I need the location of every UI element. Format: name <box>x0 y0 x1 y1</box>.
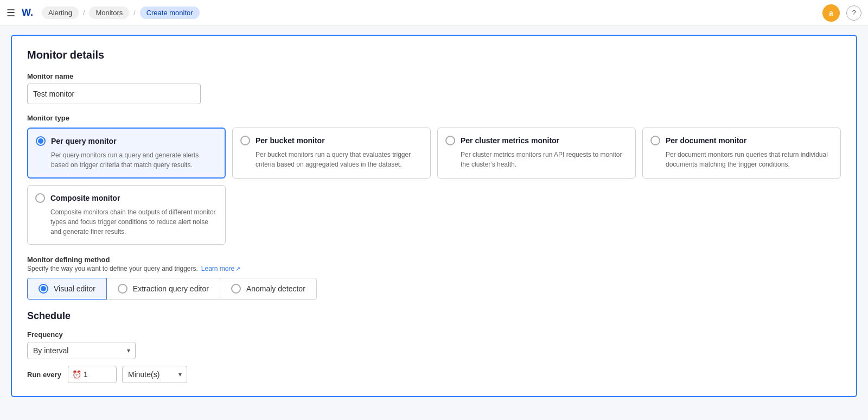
defining-method-sublabel: Specify the way you want to define your … <box>27 265 841 272</box>
monitor-type-grid-row2: Composite monitor Composite monitors cha… <box>27 185 841 245</box>
topnav-right: a ? <box>822 4 861 22</box>
frequency-row: Frequency By interval Daily Weekly Month… <box>27 330 841 359</box>
monitor-type-per-cluster[interactable]: Per cluster metrics monitor Per cluster … <box>437 128 636 179</box>
per-bucket-label: Per bucket monitor <box>256 136 325 145</box>
run-every-label: Run every <box>27 371 62 379</box>
monitor-details-panel: Monitor details Monitor name Monitor typ… <box>11 35 857 397</box>
monitor-name-input[interactable] <box>27 84 201 104</box>
radio-anomaly <box>231 284 241 294</box>
radio-per-document <box>650 136 660 145</box>
visual-editor-label: Visual editor <box>54 284 95 293</box>
per-cluster-desc: Per cluster metrics monitors run API req… <box>445 150 628 169</box>
panel-title: Monitor details <box>27 49 841 61</box>
defining-method-options: Visual editor Extraction query editor An… <box>27 278 841 300</box>
monitor-type-per-bucket[interactable]: Per bucket monitor Per bucket monitors r… <box>232 128 431 179</box>
breadcrumb-sep-1: / <box>83 9 85 17</box>
main-content: Monitor details Monitor name Monitor typ… <box>0 26 868 406</box>
per-query-desc: Per query monitors run a query and gener… <box>36 150 217 170</box>
composite-label: Composite monitor <box>50 194 120 202</box>
composite-desc: Composite monitors chain the outputs of … <box>35 207 218 237</box>
schedule-title: Schedule <box>27 310 841 322</box>
run-every-input-wrapper: ⏰ <box>68 366 117 383</box>
monitor-type-per-query[interactable]: Per query monitor Per query monitors run… <box>27 128 226 179</box>
run-every-unit-wrapper: Minute(s) Hour(s) Day(s) <box>122 366 187 383</box>
extraction-query-label: Extraction query editor <box>133 284 209 293</box>
user-avatar[interactable]: a <box>822 4 840 22</box>
defining-method-section: Monitor defining method Specify the way … <box>27 256 841 300</box>
method-extraction-query[interactable]: Extraction query editor <box>106 278 220 300</box>
breadcrumb-create-monitor[interactable]: Create monitor <box>140 7 200 19</box>
monitor-type-label: Monitor type <box>27 114 841 122</box>
frequency-select[interactable]: By interval Daily Weekly Monthly Custom … <box>27 342 136 359</box>
top-navigation: ☰ W. Alerting / Monitors / Create monito… <box>0 0 868 26</box>
schedule-section: Schedule Frequency By interval Daily Wee… <box>27 310 841 383</box>
breadcrumb-monitors[interactable]: Monitors <box>89 7 129 19</box>
method-anomaly-detector[interactable]: Anomaly detector <box>220 278 317 300</box>
grid-spacer-2 <box>437 185 636 245</box>
breadcrumb-alerting[interactable]: Alerting <box>42 7 79 19</box>
per-query-label: Per query monitor <box>51 137 117 145</box>
monitor-type-composite[interactable]: Composite monitor Composite monitors cha… <box>27 185 226 245</box>
grid-spacer-3 <box>642 185 841 245</box>
run-every-row: Run every ⏰ Minute(s) Hour(s) Day(s) <box>27 366 841 383</box>
per-bucket-desc: Per bucket monitors run a query that eva… <box>240 150 423 169</box>
monitor-type-per-document[interactable]: Per document monitor Per document monito… <box>642 128 841 179</box>
per-document-desc: Per document monitors run queries that r… <box>650 150 833 169</box>
grid-spacer-1 <box>232 185 431 245</box>
help-icon[interactable]: ? <box>846 5 861 21</box>
anomaly-detector-label: Anomaly detector <box>246 284 305 293</box>
monitor-type-section: Monitor type Per query monitor Per query… <box>27 114 841 245</box>
per-cluster-label: Per cluster metrics monitor <box>461 136 559 145</box>
frequency-label: Frequency <box>27 330 841 339</box>
radio-composite <box>35 193 45 203</box>
radio-extraction <box>118 284 127 294</box>
radio-per-cluster <box>445 136 455 145</box>
radio-per-query <box>36 136 46 146</box>
radio-per-bucket <box>240 136 250 145</box>
run-every-unit-select[interactable]: Minute(s) Hour(s) Day(s) <box>122 366 187 383</box>
hamburger-menu[interactable]: ☰ <box>7 7 15 19</box>
monitor-name-section: Monitor name <box>27 72 841 104</box>
monitor-type-grid-row1: Per query monitor Per query monitors run… <box>27 128 841 179</box>
clock-icon: ⏰ <box>72 370 81 379</box>
monitor-name-label: Monitor name <box>27 72 841 80</box>
app-logo: W. <box>22 7 33 18</box>
per-document-label: Per document monitor <box>666 136 746 145</box>
frequency-select-wrapper: By interval Daily Weekly Monthly Custom … <box>27 342 136 359</box>
breadcrumb-sep-2: / <box>133 9 135 17</box>
learn-more-link[interactable]: Learn more ↗ <box>201 265 240 272</box>
method-visual-editor[interactable]: Visual editor <box>27 278 107 300</box>
defining-method-label: Monitor defining method <box>27 256 841 264</box>
radio-visual <box>39 284 48 294</box>
external-link-icon: ↗ <box>235 265 240 272</box>
